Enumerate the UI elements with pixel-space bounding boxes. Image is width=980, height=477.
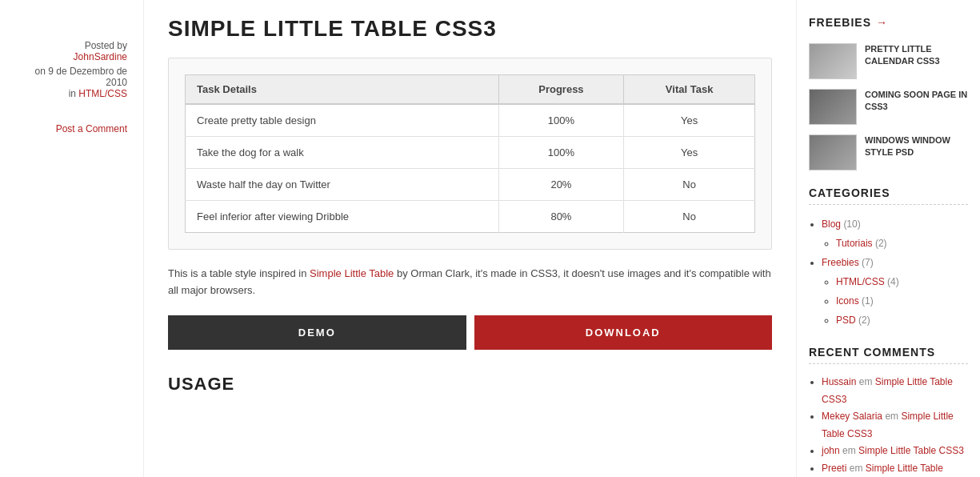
freebies-list: PRETTY LITTLE CALENDAR CSS3 COMING SOON … bbox=[809, 43, 968, 170]
table-container: Task Details Progress Vital Task Create … bbox=[168, 58, 772, 250]
demo-button[interactable]: DEMO bbox=[168, 315, 466, 350]
table-row: Take the dog for a walk100%Yes bbox=[186, 137, 755, 169]
freebie-item: PRETTY LITTLE CALENDAR CSS3 bbox=[809, 43, 968, 79]
table-cell: Feel inferior after viewing Dribble bbox=[186, 201, 499, 233]
table-cell: 20% bbox=[498, 169, 624, 201]
list-item: Tutoriais (2) bbox=[836, 234, 968, 253]
download-button[interactable]: DOWNLOAD bbox=[474, 315, 773, 350]
list-item: Mekey Salaria em Simple Little Table CSS… bbox=[822, 408, 968, 443]
commenter-link[interactable]: john bbox=[822, 445, 840, 456]
table-cell: 100% bbox=[498, 137, 624, 169]
cat-link-blog[interactable]: Blog bbox=[822, 218, 841, 230]
table-cell: No bbox=[624, 201, 755, 233]
table-row: Waste half the day on Twitter20%No bbox=[186, 169, 755, 201]
col-header-vital: Vital Task bbox=[624, 75, 755, 105]
author-link[interactable]: JohnSardine bbox=[74, 51, 127, 62]
list-item: john em Simple Little Table CSS3 bbox=[822, 443, 968, 460]
commenter-link[interactable]: Mekey Salaria bbox=[822, 411, 882, 422]
categories-section: CATEGORIES Blog (10) Tutoriais (2) Freeb… bbox=[809, 186, 968, 330]
simple-little-table-link[interactable]: Simple Little Table bbox=[310, 267, 394, 279]
categories-list: Blog (10) Tutoriais (2) Freebies (7) HTM… bbox=[809, 214, 968, 330]
recent-comments-section: RECENT COMMENTS Hussain em Simple Little… bbox=[809, 346, 968, 477]
sub-categories: Tutoriais (2) bbox=[822, 234, 968, 253]
page-title: SIMPLE LITTLE TABLE CSS3 bbox=[168, 16, 772, 42]
sub-categories: HTML/CSS (4) Icons (1) PSD (2) bbox=[822, 272, 968, 330]
freebie-thumbnail bbox=[809, 89, 857, 125]
freebie-label: PRETTY LITTLE CALENDAR CSS3 bbox=[865, 43, 968, 68]
desc-before: This is a table style inspired in bbox=[168, 267, 306, 279]
main-content: SIMPLE LITTLE TABLE CSS3 Task Details Pr… bbox=[144, 0, 796, 477]
col-header-progress: Progress bbox=[498, 75, 624, 105]
freebie-label: COMING SOON PAGE IN CSS3 bbox=[865, 89, 968, 114]
freebie-thumbnail bbox=[809, 134, 857, 170]
cat-link-freebies[interactable]: Freebies bbox=[822, 257, 859, 268]
table-cell: No bbox=[624, 169, 755, 201]
list-item: Hussain em Simple Little Table CSS3 bbox=[822, 374, 968, 408]
table-cell: Create pretty table design bbox=[186, 104, 499, 137]
list-item: Icons (1) bbox=[836, 291, 968, 311]
table-cell: 80% bbox=[498, 201, 624, 233]
post-date: on 9 de Dezembro de 2010 bbox=[16, 66, 127, 88]
description-text: This is a table style inspired in Simple… bbox=[168, 266, 772, 299]
table-cell: Yes bbox=[624, 137, 755, 169]
table-cell: Take the dog for a walk bbox=[186, 137, 499, 169]
freebies-arrow: → bbox=[876, 16, 888, 29]
freebie-label: WINDOWS WINDOW STYLE PSD bbox=[865, 134, 968, 159]
freebie-thumbnail bbox=[809, 43, 857, 79]
usage-title: USAGE bbox=[168, 374, 772, 395]
right-sidebar: FREEBIES → PRETTY LITTLE CALENDAR CSS3 C… bbox=[796, 0, 980, 477]
commenter-link[interactable]: Hussain bbox=[822, 376, 856, 387]
post-category: in HTML/CSS bbox=[16, 88, 127, 99]
list-item: PSD (2) bbox=[836, 311, 968, 330]
cat-link-htmlcss[interactable]: HTML/CSS bbox=[836, 276, 885, 287]
post-comment-link[interactable]: Post a Comment bbox=[16, 123, 127, 134]
table-cell: 100% bbox=[498, 104, 624, 137]
comment-post-link[interactable]: Simple Little Table CSS3 bbox=[858, 445, 964, 456]
table-row: Feel inferior after viewing Dribble80%No bbox=[186, 201, 755, 233]
col-header-task: Task Details bbox=[186, 75, 499, 105]
table-row: Create pretty table design100%Yes bbox=[186, 104, 755, 137]
cat-link-tutoriais[interactable]: Tutoriais bbox=[836, 238, 873, 249]
button-row: DEMO DOWNLOAD bbox=[168, 315, 772, 350]
freebie-item: COMING SOON PAGE IN CSS3 bbox=[809, 89, 968, 125]
left-sidebar: Posted by JohnSardine on 9 de Dezembro d… bbox=[0, 0, 144, 477]
css-table: Task Details Progress Vital Task Create … bbox=[185, 74, 755, 233]
freebies-heading: FREEBIES → bbox=[809, 16, 968, 34]
commenter-link[interactable]: Preeti bbox=[822, 463, 846, 474]
posted-by-label: Posted by bbox=[16, 40, 127, 51]
category-link[interactable]: HTML/CSS bbox=[78, 88, 127, 99]
cat-link-icons[interactable]: Icons bbox=[836, 295, 859, 307]
recent-comments-title: RECENT COMMENTS bbox=[809, 346, 968, 364]
list-item: Freebies (7) HTML/CSS (4) Icons (1) PSD … bbox=[822, 253, 968, 330]
categories-title: CATEGORIES bbox=[809, 186, 968, 205]
freebies-title-text: FREEBIES bbox=[809, 16, 871, 29]
comments-list: Hussain em Simple Little Table CSS3Mekey… bbox=[809, 374, 968, 477]
freebie-item: WINDOWS WINDOW STYLE PSD bbox=[809, 134, 968, 170]
list-item: HTML/CSS (4) bbox=[836, 272, 968, 291]
cat-link-psd[interactable]: PSD bbox=[836, 315, 856, 326]
table-cell: Waste half the day on Twitter bbox=[186, 169, 499, 201]
list-item: Blog (10) Tutoriais (2) bbox=[822, 214, 968, 253]
list-item: Preeti em Simple Little Table CSS3 bbox=[822, 460, 968, 477]
table-cell: Yes bbox=[624, 104, 755, 137]
